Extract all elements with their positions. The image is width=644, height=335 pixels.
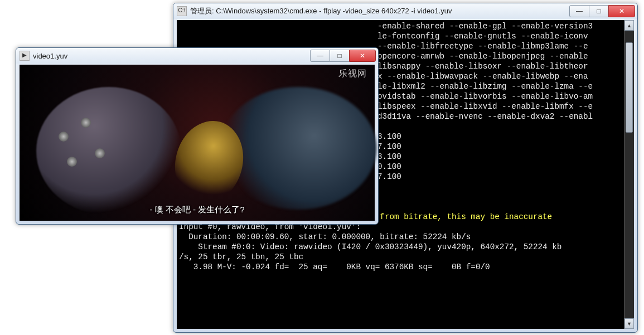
scroll-thumb[interactable] (626, 42, 633, 133)
close-button[interactable]: ✕ (349, 50, 376, 62)
cmd-icon: C:\ (177, 6, 187, 16)
video-window: ▶ video1.yuv — □ ✕ 乐视网 - 噢 不会吧 - 发生什么了? (16, 47, 379, 225)
close-button[interactable]: ✕ (608, 5, 635, 17)
ffplay-icon: ▶ (20, 51, 30, 61)
scrollbar[interactable]: ▲ ▼ (624, 20, 634, 329)
video-client[interactable]: 乐视网 - 噢 不会吧 - 发生什么了? (20, 65, 375, 221)
video-subtitle: - 噢 不会吧 - 发生什么了? (20, 205, 375, 215)
maximize-button[interactable]: □ (589, 5, 608, 17)
scroll-down-arrow-icon[interactable]: ▼ (624, 318, 634, 329)
video-watermark: 乐视网 (338, 68, 367, 80)
maximize-button[interactable]: □ (330, 50, 349, 62)
minimize-button[interactable]: — (310, 50, 330, 62)
video-title: video1.yuv (33, 52, 310, 60)
video-frame: 乐视网 - 噢 不会吧 - 发生什么了? (20, 65, 375, 221)
cmd-title: 管理员: C:\Windows\system32\cmd.exe - ffpla… (190, 6, 569, 16)
minimize-button[interactable]: — (569, 5, 589, 17)
scroll-up-arrow-icon[interactable]: ▲ (624, 20, 634, 31)
video-titlebar[interactable]: ▶ video1.yuv — □ ✕ (16, 48, 378, 64)
cmd-titlebar[interactable]: C:\ 管理员: C:\Windows\system32\cmd.exe - f… (173, 3, 637, 19)
